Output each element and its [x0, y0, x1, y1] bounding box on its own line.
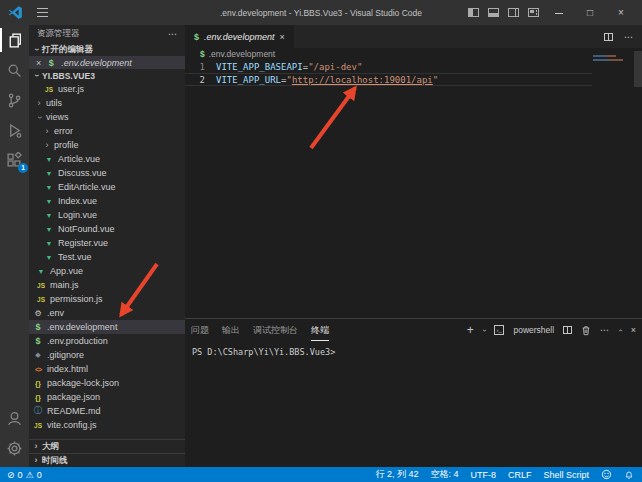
maximize-button[interactable]: □ [579, 7, 601, 18]
cursor-position[interactable]: 行 2, 列 42 [375, 468, 418, 481]
tree-item-error[interactable]: ›error [29, 124, 185, 138]
code-line-2[interactable]: 2VITE_APP_URL="http://localhost:19001/ap… [185, 73, 592, 86]
tree-item-label: vite.config.js [47, 420, 97, 430]
tree-item-label: README.md [47, 406, 101, 416]
tree-item-package.json[interactable]: {}package.json [29, 390, 185, 404]
tree-item-label: NotFound.vue [58, 224, 115, 234]
shell-name[interactable]: powershell [513, 325, 554, 335]
timeline-section[interactable]: › 时间线 [29, 453, 185, 467]
open-editor-item[interactable]: × $ .env.development [29, 56, 185, 69]
panel-tab-调试控制台[interactable]: 调试控制台 [253, 320, 298, 340]
notifications-bell-icon[interactable] [624, 469, 634, 480]
panel-tab-终端[interactable]: 终端 [311, 320, 329, 341]
explorer-more-actions-icon[interactable]: ⋯ [168, 29, 177, 39]
tree-item-App.vue[interactable]: ▼App.vue [29, 264, 185, 278]
customize-layout-icon[interactable] [528, 8, 539, 17]
terminal-prompt[interactable]: PS D:\CSharp\Yi\Yi.BBS.Vue3> [192, 347, 335, 357]
close-icon[interactable]: × [36, 58, 41, 68]
tree-item-Article.vue[interactable]: ▼Article.vue [29, 152, 185, 166]
tree-item-Discuss.vue[interactable]: ▼Discuss.vue [29, 166, 185, 180]
tree-item-Register.vue[interactable]: ▼Register.vue [29, 236, 185, 250]
explorer-sidebar: 资源管理器 ⋯ › 打开的编辑器 × $ .env.development › … [29, 25, 185, 467]
indent-setting[interactable]: 空格: 4 [430, 468, 458, 481]
url-link[interactable]: http://localhost:19001/api [292, 75, 433, 85]
tree-item-NotFound.vue[interactable]: ▼NotFound.vue [29, 222, 185, 236]
editor-scrollbar[interactable] [634, 51, 642, 87]
problems-status[interactable]: ⊘ 0 ⚠ 0 [7, 470, 42, 480]
tree-item-main.js[interactable]: JSmain.js [29, 278, 185, 292]
js-file-icon: JS [32, 422, 44, 429]
status-bar: ⊘ 0 ⚠ 0 行 2, 列 42 空格: 4 UTF-8 CRLF Shell… [0, 467, 642, 482]
menu-icon[interactable] [37, 12, 48, 13]
tree-item-.env.production[interactable]: $.env.production [29, 334, 185, 348]
code-token: VITE_APP_URL [216, 75, 281, 85]
tree-item-views[interactable]: ›views [29, 110, 185, 124]
git-file-icon: ◆ [32, 351, 44, 359]
chevron-down-icon: › [35, 113, 44, 121]
project-section[interactable]: › YI.BBS.VUE3 [29, 69, 185, 82]
panel-more-actions-icon[interactable]: ⋯ [600, 325, 610, 335]
close-tab-icon[interactable]: × [279, 32, 284, 42]
tree-item-.gitignore[interactable]: ◆.gitignore [29, 348, 185, 362]
run-debug-icon[interactable] [0, 115, 29, 145]
search-icon[interactable] [0, 55, 29, 85]
panel-tab-输出[interactable]: 输出 [222, 320, 240, 340]
tree-item-permission.js[interactable]: JSpermission.js [29, 292, 185, 306]
encoding[interactable]: UTF-8 [470, 470, 496, 480]
line-number: 1 [185, 62, 205, 72]
editor-more-actions-icon[interactable]: ⋯ [624, 32, 634, 42]
toggle-secondary-sidebar-icon[interactable] [508, 8, 519, 17]
explorer-icon[interactable] [0, 25, 29, 55]
tree-item-label: Login.vue [58, 210, 97, 220]
code-editor[interactable]: 1VITE_APP_BASEAPI="/api-dev"2VITE_APP_UR… [185, 60, 642, 86]
tree-item-user.js[interactable]: JSuser.js [29, 82, 185, 96]
close-panel-icon[interactable]: × [631, 325, 636, 335]
code-line-1[interactable]: 1VITE_APP_BASEAPI="/api-dev" [185, 60, 592, 73]
file-tree: JSuser.js›utils›views›error›profile▼Arti… [29, 82, 185, 432]
language-mode[interactable]: Shell Script [543, 470, 589, 480]
toggle-sidebar-icon[interactable] [468, 8, 479, 17]
source-control-icon[interactable] [0, 85, 29, 115]
minimize-button[interactable] [548, 7, 570, 18]
tree-item-.env[interactable]: ⚙.env [29, 306, 185, 320]
terminal-dropdown-icon[interactable]: › [480, 329, 489, 332]
account-icon[interactable] [0, 403, 29, 433]
feedback-smiley-icon[interactable] [601, 469, 612, 480]
settings-gear-icon[interactable] [0, 433, 29, 463]
new-terminal-icon[interactable]: + [467, 325, 474, 335]
shell-file-icon: $ [194, 32, 199, 42]
tree-item-label: EditArticle.vue [58, 182, 116, 192]
gear-file-icon: ⚙ [32, 309, 44, 318]
split-terminal-icon[interactable] [563, 326, 572, 334]
tree-item-utils[interactable]: ›utils [29, 96, 185, 110]
minimap[interactable] [593, 55, 627, 63]
tree-item-vite.config.js[interactable]: JSvite.config.js [29, 418, 185, 432]
tree-item-.env.development[interactable]: $.env.development [29, 320, 185, 334]
tree-item-label: Register.vue [58, 238, 108, 248]
breadcrumb[interactable]: $ .env.development [185, 48, 642, 60]
kill-terminal-icon[interactable] [581, 325, 591, 336]
toggle-panel-icon[interactable] [488, 8, 499, 17]
split-editor-icon[interactable] [604, 33, 613, 41]
tree-item-Index.vue[interactable]: ▼Index.vue [29, 194, 185, 208]
tree-item-Login.vue[interactable]: ▼Login.vue [29, 208, 185, 222]
minimap-line [593, 55, 616, 57]
extensions-icon[interactable]: 1 [0, 145, 29, 175]
close-window-button[interactable]: × [610, 7, 632, 18]
tree-item-profile[interactable]: ›profile [29, 138, 185, 152]
tree-item-label: Discuss.vue [58, 168, 107, 178]
tree-item-label: App.vue [50, 266, 83, 276]
tree-item-package-lock.json[interactable]: {}package-lock.json [29, 376, 185, 390]
panel-tab-问题[interactable]: 问题 [191, 320, 209, 340]
vue-file-icon: ▼ [43, 254, 55, 261]
tree-item-README.md[interactable]: ⓘREADME.md [29, 404, 185, 418]
tree-item-index.html[interactable]: <>index.html [29, 362, 185, 376]
chevron-down-icon: › [32, 72, 41, 80]
eol-setting[interactable]: CRLF [508, 470, 532, 480]
maximize-panel-icon[interactable]: › [616, 329, 625, 332]
tree-item-Test.vue[interactable]: ▼Test.vue [29, 250, 185, 264]
tree-item-EditArticle.vue[interactable]: ▼EditArticle.vue [29, 180, 185, 194]
outline-section[interactable]: › 大纲 [29, 439, 185, 453]
open-editors-section[interactable]: › 打开的编辑器 [29, 43, 185, 56]
tab-env-development[interactable]: $ .env.development × [185, 25, 294, 48]
